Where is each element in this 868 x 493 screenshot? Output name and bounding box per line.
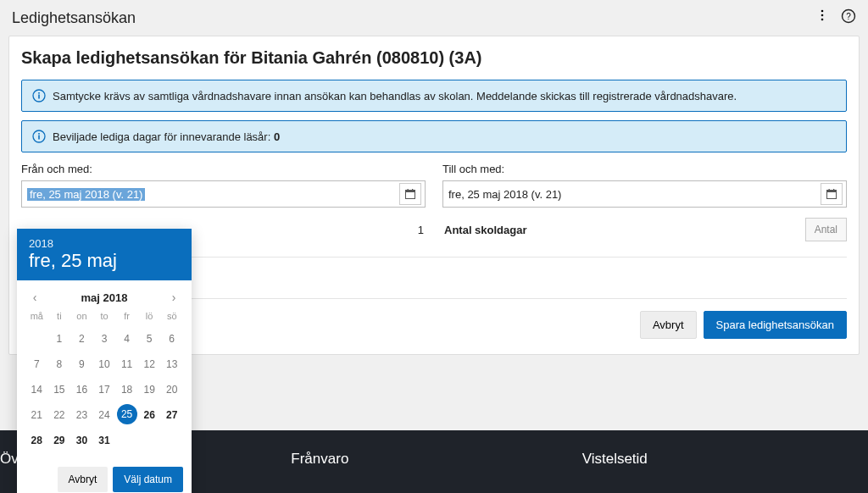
svg-rect-13 — [408, 189, 409, 191]
day-cell[interactable]: 15 — [48, 379, 71, 401]
more-icon[interactable] — [815, 8, 829, 27]
from-date-input[interactable]: fre, 25 maj 2018 (v. 21) — [21, 180, 426, 208]
svg-point-2 — [821, 19, 824, 21]
dow-label: ti — [48, 311, 71, 324]
info-icon — [32, 130, 46, 143]
next-month-icon[interactable]: › — [166, 291, 181, 304]
day-cell[interactable]: 20 — [160, 379, 183, 401]
day-cell[interactable]: 24 — [93, 404, 116, 426]
svg-rect-14 — [412, 189, 413, 191]
day-cell[interactable]: 11 — [115, 353, 138, 375]
svg-rect-6 — [38, 95, 40, 99]
day-cell[interactable]: 5 — [138, 328, 161, 350]
dow-label: sö — [160, 311, 183, 324]
calendar-icon[interactable] — [399, 183, 421, 205]
svg-rect-18 — [833, 189, 834, 191]
day-cell[interactable]: 1 — [48, 328, 71, 350]
save-button[interactable]: Spara ledighetsansökan — [704, 311, 848, 339]
day-cell[interactable]: 7 — [25, 353, 48, 375]
svg-rect-10 — [38, 133, 40, 135]
page-title: Ledighetsansökan — [12, 9, 136, 27]
svg-rect-17 — [829, 189, 830, 191]
day-cell[interactable]: 8 — [48, 353, 71, 375]
day-cell[interactable]: 3 — [93, 328, 116, 350]
calendar-icon[interactable] — [821, 183, 843, 205]
from-label: Från och med: — [21, 163, 426, 175]
day-cell[interactable]: 22 — [48, 404, 71, 426]
day-cell[interactable]: 26 — [138, 404, 161, 426]
dow-label: fr — [115, 311, 138, 324]
footer-col-2[interactable]: Frånvaro — [291, 451, 576, 468]
svg-rect-16 — [827, 191, 837, 193]
info-granted-text: Beviljade lediga dagar för innevarande l… — [53, 130, 280, 143]
day-cell[interactable]: 6 — [160, 328, 183, 350]
dow-label: to — [93, 311, 116, 324]
svg-point-1 — [821, 14, 824, 17]
cancel-button[interactable]: Avbryt — [640, 311, 697, 339]
date-picker-choose-button[interactable]: Välj datum — [113, 467, 183, 492]
info-granted: Beviljade lediga dagar för innevarande l… — [21, 120, 847, 152]
help-icon[interactable]: ? — [841, 8, 856, 27]
date-picker-cancel-button[interactable]: Avbryt — [58, 467, 108, 492]
schooldays-field[interactable]: Antal — [805, 218, 847, 241]
svg-rect-12 — [406, 191, 415, 193]
date-picker: 2018 fre, 25 maj ‹ maj 2018 › måtiontofr… — [17, 229, 192, 493]
day-cell[interactable]: 10 — [93, 353, 116, 375]
date-picker-year[interactable]: 2018 — [29, 237, 180, 250]
day-cell-empty — [138, 429, 161, 451]
to-label: Till och med: — [442, 163, 847, 175]
date-picker-date: fre, 25 maj — [29, 250, 180, 272]
day-cell[interactable]: 17 — [93, 379, 116, 401]
footer-col-3[interactable]: Vistelsetid — [582, 451, 868, 468]
day-cell[interactable]: 12 — [138, 353, 161, 375]
day-cell[interactable]: 25 — [117, 404, 137, 424]
date-picker-header: 2018 fre, 25 maj — [17, 229, 192, 280]
day-cell[interactable]: 4 — [115, 328, 138, 350]
card-title: Skapa ledighetsansökan för Bitania Gahré… — [21, 48, 847, 68]
day-cell[interactable]: 18 — [115, 379, 138, 401]
day-cell[interactable]: 9 — [70, 353, 93, 375]
topbar: Ledighetsansökan ? — [0, 0, 868, 36]
day-cell-empty — [160, 429, 183, 451]
dow-label: må — [25, 311, 48, 324]
day-cell[interactable]: 21 — [25, 404, 48, 426]
svg-rect-7 — [38, 92, 40, 94]
day-cell-empty — [115, 429, 138, 451]
info-consent-text: Samtycke krävs av samtliga vårdnadshavar… — [53, 90, 737, 102]
day-cell-empty — [25, 328, 48, 350]
day-cell[interactable]: 27 — [160, 404, 183, 426]
day-cell[interactable]: 31 — [93, 429, 116, 451]
svg-point-0 — [821, 10, 824, 13]
schooldays-label: Antal skoldagar — [444, 224, 527, 236]
info-icon — [32, 89, 46, 102]
day-cell[interactable]: 23 — [70, 404, 93, 426]
day-cell[interactable]: 28 — [25, 429, 48, 451]
info-consent: Samtycke krävs av samtliga vårdnadshavar… — [21, 80, 847, 112]
svg-rect-9 — [38, 136, 40, 140]
date-picker-month[interactable]: maj 2018 — [81, 291, 128, 304]
day-cell[interactable]: 13 — [160, 353, 183, 375]
to-date-value: fre, 25 maj 2018 (v. 21) — [448, 188, 561, 201]
to-date-input[interactable]: fre, 25 maj 2018 (v. 21) — [442, 180, 847, 208]
day-cell[interactable]: 2 — [70, 328, 93, 350]
day-cell[interactable]: 29 — [48, 429, 71, 451]
svg-text:?: ? — [846, 12, 851, 21]
day-cell[interactable]: 16 — [70, 379, 93, 401]
from-date-value: fre, 25 maj 2018 (v. 21) — [27, 188, 145, 201]
prev-month-icon[interactable]: ‹ — [27, 291, 42, 304]
dow-label: on — [70, 311, 93, 324]
day-cell[interactable]: 30 — [70, 429, 93, 451]
dow-label: lö — [138, 311, 161, 324]
day-cell[interactable]: 19 — [138, 379, 161, 401]
day-cell[interactable]: 14 — [25, 379, 48, 401]
